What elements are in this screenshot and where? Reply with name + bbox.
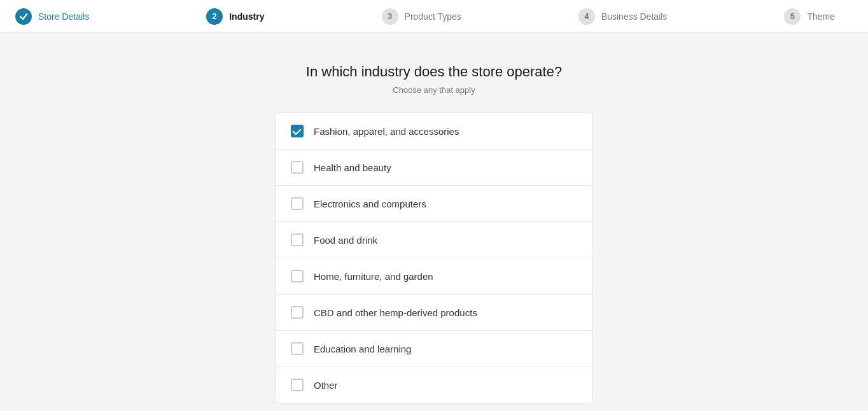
- option-row-home[interactable]: Home, furniture, and garden: [276, 258, 592, 295]
- checkbox-food[interactable]: [291, 233, 304, 246]
- option-row-education[interactable]: Education and learning: [276, 331, 592, 367]
- page-subtitle: Choose any that apply: [393, 85, 475, 95]
- nav-step-product-types[interactable]: 3Product Types: [382, 8, 479, 25]
- step-circle-industry: 2: [206, 8, 223, 25]
- step-label-industry: Industry: [229, 11, 264, 22]
- checkbox-electronics[interactable]: [291, 197, 304, 210]
- option-row-fashion[interactable]: Fashion, apparel, and accessories: [276, 113, 592, 150]
- option-label-home: Home, furniture, and garden: [314, 271, 433, 282]
- page-title: In which industry does the store operate…: [306, 64, 562, 80]
- checkbox-health[interactable]: [291, 161, 304, 174]
- nav-step-business-details[interactable]: 4Business Details: [578, 8, 685, 25]
- option-label-fashion: Fashion, apparel, and accessories: [314, 126, 459, 137]
- checkbox-education[interactable]: [291, 342, 304, 355]
- option-label-health: Health and beauty: [314, 162, 391, 173]
- checkbox-cbd[interactable]: [291, 306, 304, 319]
- checkbox-fashion[interactable]: [291, 125, 304, 137]
- step-label-product-types: Product Types: [405, 11, 461, 22]
- option-row-cbd[interactable]: CBD and other hemp-derived products: [276, 295, 592, 331]
- step-circle-product-types: 3: [382, 8, 398, 25]
- option-row-food[interactable]: Food and drink: [276, 222, 592, 258]
- nav-step-industry: 2Industry: [206, 8, 282, 25]
- step-circle-store-details: [15, 8, 32, 25]
- step-label-store-details: Store Details: [38, 11, 89, 22]
- option-label-other: Other: [314, 380, 338, 391]
- options-card: Fashion, apparel, and accessoriesHealth …: [275, 113, 593, 403]
- top-nav: Store Details2Industry3Product Types4Bus…: [0, 0, 868, 33]
- checkbox-other[interactable]: [291, 379, 304, 391]
- option-row-electronics[interactable]: Electronics and computers: [276, 186, 592, 222]
- option-label-food: Food and drink: [314, 235, 377, 246]
- option-label-cbd: CBD and other hemp-derived products: [314, 307, 477, 318]
- checkbox-home[interactable]: [291, 270, 304, 282]
- nav-step-store-details[interactable]: Store Details: [15, 8, 107, 25]
- option-label-education: Education and learning: [314, 344, 411, 354]
- option-row-other[interactable]: Other: [276, 367, 592, 403]
- main-content: In which industry does the store operate…: [0, 33, 868, 411]
- step-label-theme: Theme: [807, 11, 835, 22]
- option-row-health[interactable]: Health and beauty: [276, 150, 592, 186]
- step-label-business-details: Business Details: [601, 11, 668, 22]
- nav-step-theme[interactable]: 5Theme: [784, 8, 853, 25]
- option-label-electronics: Electronics and computers: [314, 199, 426, 209]
- step-circle-business-details: 4: [578, 8, 595, 25]
- step-circle-theme: 5: [784, 8, 801, 25]
